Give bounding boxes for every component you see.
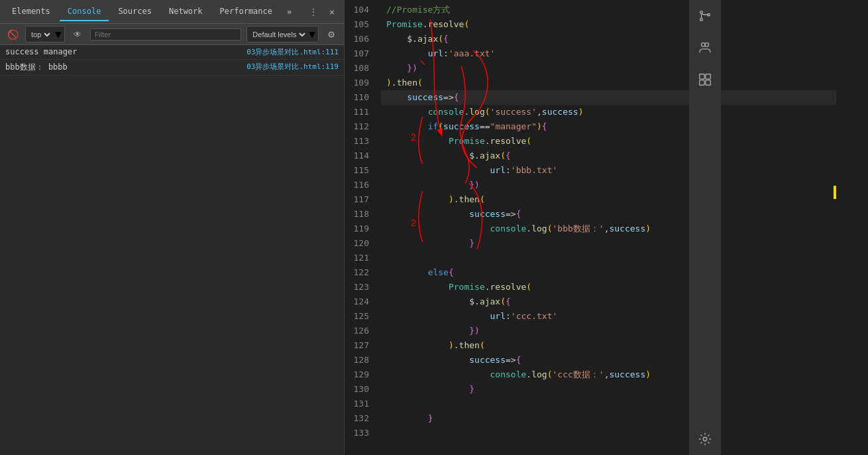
- console-line-1-source[interactable]: 03异步场景对比.html:111: [246, 47, 339, 57]
- devtools-panel: Elements Console Sources Network Perform…: [0, 0, 345, 455]
- line-number-122: 122: [345, 265, 374, 280]
- code-line-121: [381, 251, 836, 265]
- settings-icon[interactable]: [696, 430, 714, 448]
- code-line-120: }: [381, 236, 836, 251]
- line-number-109: 109: [345, 76, 374, 90]
- svg-point-7: [702, 43, 706, 47]
- line-number-132: 132: [345, 411, 374, 426]
- line-number-120: 120: [345, 236, 374, 251]
- users-icon[interactable]: [696, 38, 714, 57]
- code-line-131: [381, 397, 836, 411]
- code-line-122: else{: [381, 265, 836, 280]
- line-number-115: 115: [345, 163, 374, 178]
- devtools-toolbar: Elements Console Sources Network Perform…: [0, 0, 344, 24]
- line-number-126: 126: [345, 324, 374, 338]
- line-number-127: 127: [345, 338, 374, 353]
- line-number-124: 124: [345, 294, 374, 309]
- code-content: //Promise方式Promise.resolve( $.ajax({ url…: [381, 0, 836, 455]
- code-line-105: Promise.resolve(: [381, 17, 836, 32]
- line-number-130: 130: [345, 382, 374, 397]
- code-line-117: ).then(: [381, 192, 836, 207]
- code-line-123: Promise.resolve(: [381, 280, 836, 294]
- console-line-1-content: success manager: [5, 47, 246, 56]
- toolbar-right: ⋮ ×: [305, 4, 340, 20]
- clear-console-button[interactable]: 🚫: [5, 27, 20, 42]
- line-number-112: 112: [345, 119, 374, 134]
- line-number-123: 123: [345, 280, 374, 294]
- tab-performance[interactable]: Performance: [212, 3, 280, 21]
- scroll-indicator: [834, 186, 836, 199]
- line-number-104: 104: [345, 3, 374, 17]
- line-number-117: 117: [345, 192, 374, 207]
- context-select[interactable]: top: [28, 30, 52, 39]
- level-select[interactable]: Default levels: [250, 30, 307, 39]
- code-line-110: success=>{: [381, 90, 836, 105]
- tab-elements[interactable]: Elements: [4, 3, 58, 21]
- grid-icon[interactable]: [696, 70, 714, 89]
- code-area: 1041051061071081091101111121131141151161…: [345, 0, 836, 455]
- line-number-113: 113: [345, 134, 374, 149]
- code-line-113: Promise.resolve(: [381, 134, 836, 149]
- line-number-133: 133: [345, 426, 374, 440]
- svg-rect-10: [706, 74, 710, 79]
- line-number-131: 131: [345, 397, 374, 411]
- code-line-111: console.log('success',success): [381, 105, 836, 119]
- svg-rect-9: [700, 74, 704, 79]
- console-line-2: bbb数据： bbbb 03异步场景对比.html:119: [0, 60, 344, 76]
- console-line-1: success manager 03异步场景对比.html:111: [0, 45, 344, 60]
- level-dropdown-icon: ▼: [309, 28, 315, 40]
- line-number-119: 119: [345, 222, 374, 236]
- code-line-104: //Promise方式: [381, 3, 836, 17]
- code-line-130: }: [381, 382, 836, 397]
- git-icon[interactable]: [696, 7, 714, 25]
- svg-point-4: [700, 19, 703, 21]
- tab-console[interactable]: Console: [60, 3, 109, 21]
- line-number-108: 108: [345, 61, 374, 76]
- code-line-127: ).then(: [381, 338, 836, 353]
- code-line-126: }): [381, 324, 836, 338]
- code-line-128: success=>{: [381, 353, 836, 367]
- code-line-119: console.log('bbb数据：',success): [381, 222, 836, 236]
- tab-more[interactable]: »: [282, 5, 297, 19]
- code-line-108: }): [381, 61, 836, 76]
- code-editor: 1041051061071081091101111121131141151161…: [345, 0, 868, 455]
- code-line-109: ).then(: [381, 76, 836, 90]
- code-line-132: }: [381, 411, 836, 426]
- more-options-button[interactable]: ⋮: [305, 4, 321, 20]
- line-number-114: 114: [345, 149, 374, 163]
- sidebar-icons: [689, 0, 721, 455]
- code-line-107: url:'aaa.txt': [381, 46, 836, 61]
- console-line-2-content: bbb数据： bbbb: [5, 62, 246, 73]
- code-line-118: success=>{: [381, 207, 836, 222]
- line-number-105: 105: [345, 17, 374, 32]
- line-number-121: 121: [345, 251, 374, 265]
- tab-sources[interactable]: Sources: [110, 3, 160, 21]
- svg-point-8: [705, 43, 709, 47]
- code-line-133: [381, 426, 836, 440]
- svg-rect-12: [706, 80, 710, 85]
- svg-rect-11: [700, 80, 704, 85]
- code-line-112: if(success=="manager"){: [381, 119, 836, 134]
- filter-input[interactable]: [90, 29, 242, 40]
- console-output: success manager 03异步场景对比.html:111 bbb数据：…: [0, 45, 344, 455]
- line-number-129: 129: [345, 367, 374, 382]
- console-line-2-source[interactable]: 03异步场景对比.html:119: [246, 62, 339, 72]
- code-line-115: url:'bbb.txt': [381, 163, 836, 178]
- tab-network[interactable]: Network: [161, 3, 211, 21]
- settings-button[interactable]: ⚙: [324, 27, 339, 42]
- context-dropdown-icon: ▼: [55, 28, 62, 40]
- line-number-107: 107: [345, 46, 374, 61]
- code-line-114: $.ajax({: [381, 149, 836, 163]
- svg-point-13: [703, 437, 707, 441]
- line-number-118: 118: [345, 207, 374, 222]
- line-numbers: 1041051061071081091101111121131141151161…: [345, 0, 381, 455]
- line-number-128: 128: [345, 353, 374, 367]
- line-number-106: 106: [345, 32, 374, 46]
- eye-button[interactable]: 👁: [70, 27, 85, 42]
- line-number-116: 116: [345, 178, 374, 192]
- code-line-106: $.ajax({: [381, 32, 836, 46]
- console-filter-bar: 🚫 top ▼ 👁 Default levels ▼ ⚙: [0, 24, 344, 45]
- code-line-124: $.ajax({: [381, 294, 836, 309]
- close-devtools-button[interactable]: ×: [324, 4, 340, 20]
- code-lines: 1041051061071081091101111121131141151161…: [345, 0, 836, 455]
